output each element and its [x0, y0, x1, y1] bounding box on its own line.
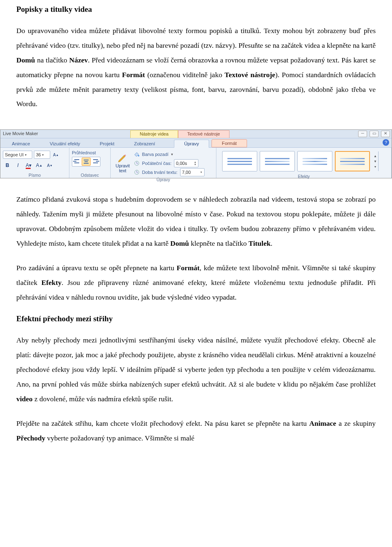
chevron-down-icon: ▼: [200, 171, 203, 173]
group-upravy: Upravit text Barva pozadí ▾ Poč: [111, 148, 216, 178]
bold-nazev: Název: [69, 56, 88, 64]
ribbon-body: Segoe UI▾ 36▾ A▲ B I A▾ A▲: [0, 148, 392, 178]
group-pismo: Segoe UI▾ 36▾ A▲ B I A▾ A▲: [0, 148, 69, 178]
text: z dovolené, může vás nadmíra efektů spíš…: [33, 395, 173, 403]
text: klepněte na tlačítko: [189, 239, 249, 247]
font-size-value: 36: [36, 152, 41, 157]
transparency-button[interactable]: A▲: [52, 150, 60, 159]
font-name-value: Segoe UI: [5, 152, 24, 157]
paragraph-3: Pro zadávání a úpravu textu se opět přep…: [16, 261, 376, 305]
start-time-value: 0,00s: [176, 161, 187, 166]
paragraph-1: Do upravovaného videa můžete přidávat li…: [16, 24, 376, 111]
bold-efekty: Efekty: [41, 278, 62, 287]
group-label-efekty: Efekty: [219, 173, 389, 179]
chevron-down-icon: ▾: [41, 153, 44, 157]
bold-prechody: Přechody: [16, 434, 45, 442]
effect-fade-right[interactable]: [335, 151, 370, 171]
pencil-icon: [117, 153, 128, 163]
chevron-down-icon: ▾: [24, 153, 27, 157]
duration-spinner[interactable]: 7,00 ▼: [180, 168, 205, 176]
transparency-label: Průhlednost: [72, 150, 96, 155]
effect-fade-left[interactable]: [260, 151, 295, 171]
group-odstavec: Průhlednost Odstavec: [69, 148, 111, 178]
start-time-spinner[interactable]: 0,00s ▲▼: [174, 159, 198, 167]
bold-titulek: Titulek: [249, 239, 271, 247]
align-right-button[interactable]: [91, 158, 100, 165]
ribbon-screenshot: Live Movie Maker Nástroje videa Textové …: [0, 129, 392, 178]
help-icon[interactable]: ?: [383, 139, 389, 146]
tab-upravy[interactable]: Úpravy: [174, 140, 209, 148]
ribbon-tabs: Animace Vizuální efekty Projekt Zobrazen…: [0, 138, 392, 148]
start-time-label: Počáteční čas:: [142, 161, 172, 166]
font-size-combo[interactable]: 36▾: [34, 151, 50, 159]
chevron-down-icon: ▼: [374, 160, 377, 163]
contextual-tab-text[interactable]: Textové nástroje: [178, 130, 229, 138]
effects-more-button[interactable]: ▲ ▼ ▾: [372, 151, 379, 171]
text: na tlačítko: [35, 56, 69, 64]
italic-label: I: [17, 162, 18, 168]
tab-animace[interactable]: Animace: [2, 140, 40, 147]
svg-point-0: [138, 155, 139, 157]
grow-font-button[interactable]: A▲: [35, 161, 44, 170]
tab-format[interactable]: Formát: [212, 139, 247, 147]
paragraph-5: Přejděte na začátek střihu, kam chcete v…: [16, 416, 376, 446]
paint-bucket-icon: [134, 151, 140, 157]
font-name-combo[interactable]: Segoe UI▾: [3, 151, 32, 159]
bold-label: B: [6, 162, 9, 168]
effect-fade-center[interactable]: [297, 151, 332, 171]
dropdown-icon: ▾: [374, 165, 376, 169]
tab-projekt[interactable]: Projekt: [90, 140, 124, 147]
text: vyberte požadovaný typ animace. Všimněte…: [45, 434, 194, 442]
heading-popisky: Popisky a titulky videa: [16, 5, 376, 14]
text: a ze skupiny: [336, 419, 376, 427]
window-close-button[interactable]: ✕: [381, 131, 390, 137]
app-title: Live Movie Maker: [0, 130, 40, 138]
bold-domu: Domů: [170, 239, 189, 247]
bold-domu: Domů: [16, 56, 35, 64]
bold-format: Formát: [176, 264, 199, 272]
heading-prechody: Efektní přechody mezi střihy: [16, 314, 376, 323]
window-minimize-button[interactable]: ─: [358, 131, 367, 137]
text: Přejděte na začátek střihu, kam chcete v…: [16, 419, 309, 427]
paragraph-2: Zatímco přidaná zvuková stopa s hudebním…: [16, 192, 376, 251]
group-label-upravy: Úpravy: [113, 176, 214, 182]
group-efekty: ▲ ▼ ▾ Efekty: [216, 148, 392, 178]
edit-text-button[interactable]: Upravit text: [113, 149, 132, 176]
group-label-pismo: Písmo: [3, 172, 67, 178]
duration-label: Doba trvání textu:: [142, 170, 178, 175]
chevron-down-icon[interactable]: ▾: [171, 152, 173, 156]
bg-color-label: Barva pozadí: [142, 152, 169, 157]
tab-zobrazeni[interactable]: Zobrazení: [124, 140, 165, 147]
text: . Jsou zde připraveny různé animované ef…: [16, 278, 376, 301]
text: Do upravovaného videa můžete přidávat li…: [16, 27, 376, 49]
bold-animace: Animace: [309, 419, 336, 427]
clock-icon: [134, 160, 140, 166]
text: Pro zadávání a úpravu textu se opět přep…: [16, 264, 176, 272]
chevron-up-icon: ▲: [374, 154, 377, 158]
text: Aby nebyly přechody mezi jednotlivými se…: [16, 336, 376, 388]
text: .: [271, 239, 272, 247]
spinner-arrows-icon: ▲▼: [194, 161, 196, 166]
font-color-button[interactable]: A▾: [24, 161, 33, 170]
duration-value: 7,00: [182, 170, 191, 175]
contextual-tab-video[interactable]: Nástroje videa: [130, 130, 178, 138]
bold-video: video: [16, 395, 33, 403]
chevron-down-icon: ▾: [29, 162, 31, 168]
group-label-odstavec: Odstavec: [72, 172, 108, 178]
effect-none[interactable]: [222, 151, 257, 171]
edit-text-label: Upravit text: [116, 163, 130, 173]
paragraph-4: Aby nebyly přechody mezi jednotlivými se…: [16, 333, 376, 406]
align-center-button[interactable]: [82, 158, 91, 166]
text: (označenou viditelně jako: [145, 71, 225, 79]
italic-button[interactable]: I: [13, 161, 22, 170]
clock-icon: [134, 169, 140, 175]
alignment-control: [72, 157, 100, 167]
bold-textove-nastroje: Textové nástroje: [225, 71, 275, 79]
shrink-font-button[interactable]: A▼: [45, 161, 54, 170]
bold-format: Formát: [122, 71, 145, 79]
align-left-button[interactable]: [73, 158, 81, 165]
bold-button[interactable]: B: [3, 161, 12, 170]
window-restore-button[interactable]: ▭: [370, 131, 379, 137]
titlebar: Live Movie Maker Nástroje videa Textové …: [0, 130, 392, 138]
tab-vizualni-efekty[interactable]: Vizuální efekty: [40, 140, 90, 147]
